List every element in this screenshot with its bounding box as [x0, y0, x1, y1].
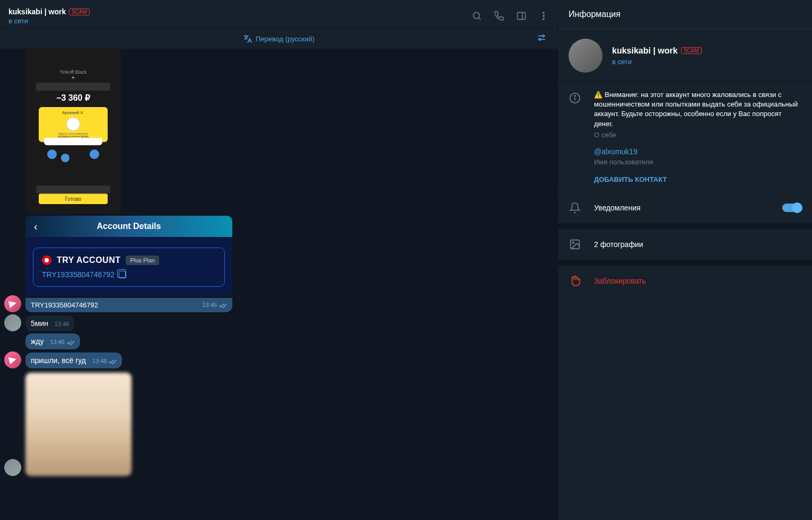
message-row: жду 13:46: [4, 333, 557, 349]
username-link[interactable]: @alxumuk19: [594, 147, 801, 156]
username-label: Имя пользователя: [594, 158, 801, 166]
bell-icon: [569, 202, 581, 214]
chat-status: в сети: [8, 17, 472, 25]
svg-line-1: [478, 17, 481, 20]
sender-avatar[interactable]: [4, 351, 21, 368]
message-time: 13:46: [50, 339, 75, 345]
image-icon: [569, 239, 581, 250]
chat-title: kuksikabi | work SCAM: [8, 7, 472, 16]
profile-avatar[interactable]: [569, 39, 603, 73]
svg-point-9: [543, 35, 544, 37]
info-content: ⚠️Внимание: на этот аккаунт много жалова…: [594, 90, 801, 183]
account-card: TRY ACCOUNT Plus Plan TRY19335804746792: [33, 248, 225, 287]
chat-panel: kuksikabi | work SCAM в сети Перевод (ру…: [0, 0, 557, 520]
add-contact-button[interactable]: ДОБАВИТЬ КОНТАКТ: [594, 175, 801, 183]
hand-icon: [569, 275, 581, 287]
messages-area[interactable]: Tinkoff Black + −3 360 ₽ Арсений Х. Карт…: [0, 49, 557, 520]
message-time: 13:46: [55, 321, 69, 327]
profile-block[interactable]: kuksikabi | work SCAM в сети: [558, 29, 812, 82]
message-row: [4, 371, 557, 476]
more-icon[interactable]: [538, 11, 549, 21]
translate-bar[interactable]: Перевод (русский): [0, 29, 557, 49]
translate-settings-icon[interactable]: [536, 32, 547, 45]
message-row: TRY19335804746792 13:45: [4, 295, 557, 312]
search-icon[interactable]: [472, 11, 482, 21]
message-bubble-in[interactable]: 5мин 13:46: [25, 315, 74, 331]
message-row: 5мин 13:46: [4, 314, 557, 331]
tinkoff-plus: +: [72, 75, 75, 81]
block-row[interactable]: Заблокировать: [558, 266, 812, 296]
info-panel: Информация kuksikabi | work SCAM в сети …: [557, 0, 812, 520]
account-name: TRY ACCOUNT: [57, 255, 120, 265]
svg-point-15: [572, 242, 574, 243]
about-label: О себе: [594, 131, 801, 139]
header-actions: [472, 11, 549, 21]
notifications-row[interactable]: Уведомления: [558, 192, 812, 224]
message-bubble-out[interactable]: TRY19335804746792 13:45: [25, 298, 232, 312]
sender-avatar[interactable]: [4, 295, 21, 312]
turkey-flag-icon: [42, 255, 51, 265]
sender-avatar[interactable]: [4, 314, 21, 331]
message-bubble-out[interactable]: жду 13:46: [25, 333, 80, 349]
account-title: Account Details: [97, 222, 161, 231]
tinkoff-card: Арсений Х. Карта пользователя 553691****…: [39, 107, 108, 142]
scam-warning: ⚠️Внимание: на этот аккаунт много жалова…: [594, 90, 801, 129]
account-row: TRY ACCOUNT Plus Plan: [42, 255, 216, 265]
chat-header[interactable]: kuksikabi | work SCAM в сети: [0, 3, 557, 29]
account-number: TRY19335804746792: [42, 270, 216, 279]
scam-badge: SCAM: [681, 47, 702, 54]
message-text: жду: [31, 337, 44, 346]
tinkoff-card-logo: [66, 117, 80, 131]
blurred-row: [36, 186, 110, 193]
svg-point-5: [543, 15, 545, 17]
message-time: 13:48: [92, 358, 117, 364]
svg-point-10: [539, 39, 540, 40]
message-sticker-cat[interactable]: [25, 373, 132, 476]
tinkoff-amount: −3 360 ₽: [56, 93, 90, 103]
photos-label: 2 фотографии: [594, 240, 801, 249]
message-image-account[interactable]: ‹ Account Details TRY ACCOUNT Plus Plan …: [25, 216, 232, 295]
tinkoff-action-icons: [47, 149, 99, 159]
svg-point-6: [543, 19, 545, 20]
warning-icon: ⚠️: [594, 91, 603, 99]
chat-name: kuksikabi | work: [8, 7, 66, 16]
account-header: ‹ Account Details: [25, 216, 232, 237]
info-panel-title: Информация: [558, 0, 812, 29]
tinkoff-done-button: Готово: [39, 193, 108, 204]
account-body: TRY ACCOUNT Plus Plan TRY19335804746792: [25, 237, 232, 295]
info-icon: [569, 92, 581, 183]
message-time: 13:45: [202, 302, 227, 309]
message-bubble-out[interactable]: пришли, всё гуд 13:48: [25, 352, 122, 368]
message-text: TRY19335804746792: [31, 301, 98, 309]
tinkoff-icon-2: [90, 149, 99, 159]
notifications-label: Уведомления: [594, 204, 770, 212]
chat-header-info[interactable]: kuksikabi | work SCAM в сети: [8, 7, 472, 25]
message-row: пришли, всё гуд 13:48: [4, 351, 557, 368]
copy-icon: [119, 271, 126, 278]
block-label: Заблокировать: [594, 277, 646, 285]
sidebar-toggle-icon[interactable]: [516, 11, 527, 21]
info-section: ⚠️Внимание: на этот аккаунт много жалова…: [558, 82, 812, 192]
tinkoff-card-name: Арсений Х.: [62, 110, 84, 115]
tinkoff-brand: Tinkoff Black: [59, 69, 86, 75]
svg-point-13: [574, 95, 575, 96]
notifications-toggle[interactable]: [782, 204, 801, 212]
svg-point-4: [543, 12, 545, 14]
message-image-tinkoff[interactable]: Tinkoff Black + −3 360 ₽ Арсений Х. Карт…: [25, 49, 121, 214]
svg-point-0: [473, 12, 479, 19]
blurred-row: [36, 83, 110, 91]
profile-status: в сети: [612, 58, 702, 66]
tinkoff-icon-star: [61, 154, 69, 162]
account-plan-badge: Plus Plan: [126, 255, 159, 265]
sender-avatar[interactable]: [4, 459, 21, 476]
translate-label[interactable]: Перевод (русский): [243, 34, 315, 43]
phone-icon[interactable]: [494, 11, 504, 21]
scam-badge: SCAM: [69, 8, 90, 15]
back-icon: ‹: [34, 221, 38, 233]
svg-rect-2: [518, 12, 526, 19]
message-text: 5мин: [31, 319, 48, 328]
tinkoff-icon-1: [47, 149, 57, 159]
photos-row[interactable]: 2 фотографии: [558, 229, 812, 260]
profile-name: kuksikabi | work SCAM: [612, 46, 702, 56]
message-text: пришли, всё гуд: [31, 356, 86, 365]
